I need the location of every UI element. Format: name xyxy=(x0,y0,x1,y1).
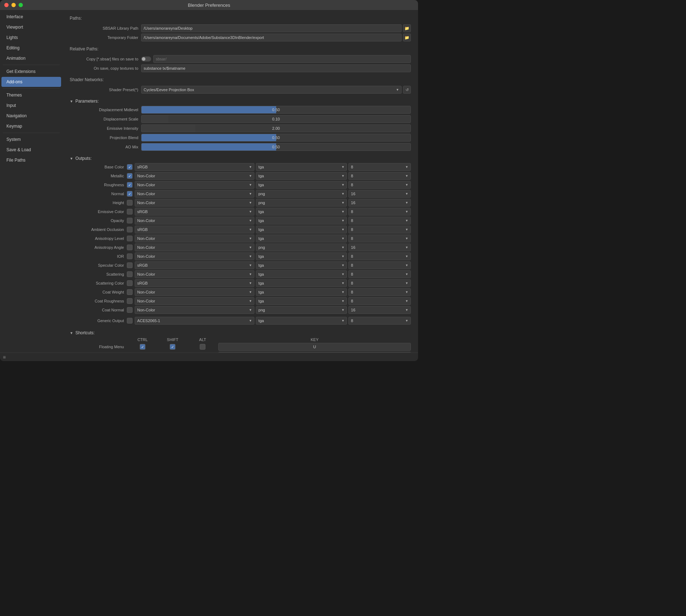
output-bits-1[interactable]: 8▼ xyxy=(348,172,411,180)
sidebar-item-navigation[interactable]: Navigation xyxy=(1,111,61,121)
output-checkbox-8[interactable] xyxy=(127,236,133,241)
shortcut-key-0[interactable]: U xyxy=(218,343,411,351)
shader-preset-dropdown[interactable]: Cycles/Eevee Projection Box ▼ xyxy=(141,86,402,94)
output-checkbox-15[interactable] xyxy=(127,298,133,304)
output-bits-11[interactable]: 8▼ xyxy=(348,261,411,269)
output-checkbox-5[interactable] xyxy=(127,209,133,215)
output-bits-15[interactable]: 8▼ xyxy=(348,297,411,305)
sidebar-item-get-extensions[interactable]: Get Extensions xyxy=(1,66,61,77)
copy-sbsar-input[interactable]: sbsar/ xyxy=(153,55,411,63)
output-bits-7[interactable]: 8▼ xyxy=(348,226,411,233)
output-bits-16[interactable]: 16▼ xyxy=(348,306,411,314)
output-colorspace-14[interactable]: Non-Color▼ xyxy=(135,288,254,296)
output-checkbox-13[interactable] xyxy=(127,280,133,286)
output-format-5[interactable]: tga▼ xyxy=(256,208,347,216)
output-colorspace-12[interactable]: Non-Color▼ xyxy=(135,270,254,278)
output-colorspace-13[interactable]: sRGB▼ xyxy=(135,279,254,287)
output-colorspace-7[interactable]: sRGB▼ xyxy=(135,226,254,233)
output-format-9[interactable]: png▼ xyxy=(256,243,347,251)
shortcut-ctrl-0[interactable] xyxy=(140,344,145,350)
parameter-slider-1[interactable]: 0.10 xyxy=(141,115,411,123)
sidebar-item-viewport[interactable]: Viewport xyxy=(1,22,61,32)
generic-bits-dropdown[interactable]: 8 ▼ xyxy=(348,317,411,325)
output-colorspace-2[interactable]: Non-Color▼ xyxy=(135,181,254,189)
output-checkbox-3[interactable] xyxy=(127,191,133,197)
output-format-0[interactable]: tga▼ xyxy=(256,163,347,171)
output-bits-4[interactable]: 16▼ xyxy=(348,199,411,207)
output-checkbox-6[interactable] xyxy=(127,218,133,223)
output-bits-13[interactable]: 8▼ xyxy=(348,279,411,287)
output-format-8[interactable]: tga▼ xyxy=(256,235,347,242)
output-colorspace-8[interactable]: Non-Color▼ xyxy=(135,235,254,242)
temporary-folder-browse-button[interactable]: 📁 xyxy=(403,34,411,41)
output-format-4[interactable]: png▼ xyxy=(256,199,347,207)
sidebar-item-save-load[interactable]: Save & Load xyxy=(1,145,61,155)
output-colorspace-10[interactable]: Non-Color▼ xyxy=(135,252,254,260)
output-colorspace-0[interactable]: sRGB▼ xyxy=(135,163,254,171)
output-checkbox-10[interactable] xyxy=(127,253,133,259)
outputs-collapse-arrow[interactable]: ▼ xyxy=(70,157,73,161)
output-checkbox-7[interactable] xyxy=(127,227,133,232)
generic-colorspace-dropdown[interactable]: ACES2065-1 ▼ xyxy=(135,317,254,325)
output-format-7[interactable]: tga▼ xyxy=(256,226,347,233)
output-bits-12[interactable]: 8▼ xyxy=(348,270,411,278)
output-colorspace-3[interactable]: Non-Color▼ xyxy=(135,190,254,198)
parameter-slider-2[interactable]: 2.00 xyxy=(141,124,411,132)
output-bits-9[interactable]: 16▼ xyxy=(348,243,411,251)
output-colorspace-5[interactable]: sRGB▼ xyxy=(135,208,254,216)
output-checkbox-14[interactable] xyxy=(127,289,133,295)
output-checkbox-11[interactable] xyxy=(127,262,133,268)
sidebar-item-themes[interactable]: Themes xyxy=(1,90,61,100)
generic-format-dropdown[interactable]: tga ▼ xyxy=(256,317,347,325)
shortcut-shift-0[interactable] xyxy=(170,344,175,350)
sidebar-item-animation[interactable]: Animation xyxy=(1,53,61,63)
output-colorspace-15[interactable]: Non-Color▼ xyxy=(135,297,254,305)
output-checkbox-12[interactable] xyxy=(127,271,133,277)
sidebar-item-lights[interactable]: Lights xyxy=(1,33,61,43)
output-bits-0[interactable]: 8▼ xyxy=(348,163,411,171)
sidebar-item-add-ons[interactable]: Add-ons xyxy=(1,77,61,87)
temporary-folder-input[interactable]: /Users/amorareyna/Documents/Adobe/Substa… xyxy=(141,34,402,41)
output-colorspace-6[interactable]: Non-Color▼ xyxy=(135,217,254,225)
output-colorspace-11[interactable]: sRGB▼ xyxy=(135,261,254,269)
output-format-10[interactable]: tga▼ xyxy=(256,252,347,260)
sidebar-item-system[interactable]: System xyxy=(1,134,61,144)
output-format-11[interactable]: tga▼ xyxy=(256,261,347,269)
output-checkbox-2[interactable] xyxy=(127,182,133,188)
output-checkbox-1[interactable] xyxy=(127,173,133,179)
maximize-button[interactable] xyxy=(19,3,23,7)
copy-sbsar-toggle[interactable] xyxy=(141,56,151,61)
output-checkbox-0[interactable] xyxy=(127,164,133,170)
output-format-3[interactable]: png▼ xyxy=(256,190,347,198)
output-format-15[interactable]: tga▼ xyxy=(256,297,347,305)
output-format-1[interactable]: tga▼ xyxy=(256,172,347,180)
generic-output-checkbox[interactable] xyxy=(127,318,133,324)
output-colorspace-16[interactable]: Non-Color▼ xyxy=(135,306,254,314)
output-format-2[interactable]: tga▼ xyxy=(256,181,347,189)
sidebar-item-file-paths[interactable]: File Paths xyxy=(1,155,61,165)
output-checkbox-4[interactable] xyxy=(127,200,133,206)
sidebar-item-editing[interactable]: Editing xyxy=(1,43,61,53)
minimize-button[interactable] xyxy=(11,3,16,7)
output-format-14[interactable]: tga▼ xyxy=(256,288,347,296)
output-bits-2[interactable]: 8▼ xyxy=(348,181,411,189)
output-bits-6[interactable]: 8▼ xyxy=(348,217,411,225)
shortcut-alt-0[interactable] xyxy=(200,344,205,350)
output-bits-8[interactable]: 8▼ xyxy=(348,235,411,242)
sidebar-item-input[interactable]: Input xyxy=(1,100,61,110)
shader-preset-reload-button[interactable]: ↺ xyxy=(403,86,411,94)
output-bits-10[interactable]: 8▼ xyxy=(348,252,411,260)
parameter-slider-4[interactable]: 0.50 xyxy=(141,143,411,151)
output-colorspace-1[interactable]: Non-Color▼ xyxy=(135,172,254,180)
close-button[interactable] xyxy=(4,3,9,7)
output-bits-14[interactable]: 8▼ xyxy=(348,288,411,296)
sbsar-library-path-input[interactable]: /Users/amorareyna/Desktop xyxy=(141,24,402,32)
on-save-input[interactable]: substance tx/$matname xyxy=(141,64,411,72)
parameter-slider-3[interactable]: 0.50 xyxy=(141,134,411,142)
shortcuts-collapse-arrow[interactable]: ▼ xyxy=(70,331,73,335)
sbsar-library-browse-button[interactable]: 📁 xyxy=(403,24,411,32)
parameter-slider-0[interactable]: 0.50 xyxy=(141,106,411,114)
output-colorspace-9[interactable]: Non-Color▼ xyxy=(135,243,254,251)
sidebar-item-keymap[interactable]: Keymap xyxy=(1,121,61,131)
output-format-13[interactable]: tga▼ xyxy=(256,279,347,287)
